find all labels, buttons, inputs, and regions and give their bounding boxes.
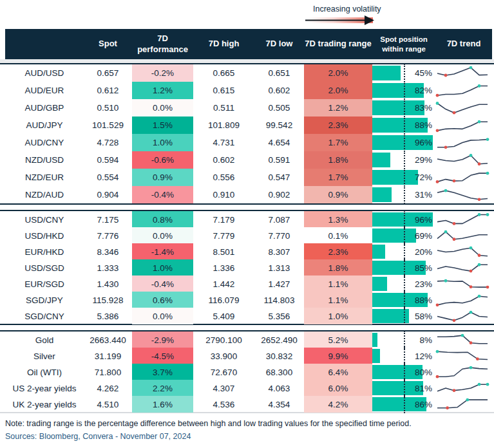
spot-value: 31.199 <box>84 351 132 361</box>
pair-label: NZD/EUR <box>5 173 84 182</box>
position-label: 82% <box>415 82 432 99</box>
position-label: 85% <box>415 259 432 276</box>
trading-range-cell: 2.3% <box>304 117 372 134</box>
low-value: 8.307 <box>254 247 304 257</box>
trend-sparkline <box>435 331 489 348</box>
high-point-dot <box>478 120 481 123</box>
performance-cell: -2.9% <box>132 331 193 348</box>
position-label: 45% <box>415 64 432 82</box>
midpoint-dotted-line <box>404 363 405 381</box>
position-label: 8% <box>419 331 432 348</box>
midpoint-dotted-line <box>404 185 405 204</box>
trend-cell <box>435 227 492 244</box>
position-cell: 86% <box>372 396 435 413</box>
low-point-dot <box>453 111 456 114</box>
spot-value: 115.928 <box>84 295 132 305</box>
midpoint-dotted-line <box>404 259 405 277</box>
position-cell: 23% <box>372 275 435 292</box>
high-point-dot <box>478 213 481 216</box>
midpoint-dotted-line <box>404 275 405 293</box>
high-value: 4.307 <box>193 384 254 393</box>
low-point-dot <box>446 406 449 409</box>
pair-label: UK 2-year yields <box>5 400 84 409</box>
low-point-dot <box>453 238 456 241</box>
trend-cell <box>435 151 492 169</box>
position-label: 81% <box>415 380 432 397</box>
trend-sparkline <box>435 135 489 151</box>
low-value: 0.547 <box>254 173 304 182</box>
position-label: 23% <box>415 275 432 292</box>
low-point-dot <box>444 145 448 149</box>
table-row: NZD/AUD0.904-0.4%0.9100.9020.9%31% <box>5 186 492 203</box>
low-value: 4.063 <box>254 384 304 393</box>
table-row: AUD/CNY4.7281.0%4.7314.6541.7%96% <box>5 134 492 151</box>
footnote: Note: trading range is the percentage di… <box>5 419 412 428</box>
performance-cell: -0.2% <box>132 64 193 82</box>
high-value: 4.536 <box>193 400 254 409</box>
position-cell: 8% <box>372 331 435 348</box>
position-label: 12% <box>415 348 432 364</box>
low-value: 99.542 <box>254 120 304 130</box>
position-cell: 81% <box>372 380 435 397</box>
low-point-dot <box>476 357 479 360</box>
high-value: 0.910 <box>193 190 254 200</box>
trading-range-cell: 6.4% <box>304 364 372 380</box>
pair-label: NZD/AUD <box>5 190 84 200</box>
trading-range-cell: 9.9% <box>304 348 372 364</box>
high-point-dot <box>466 398 469 402</box>
trend-sparkline <box>435 227 489 244</box>
position-label: 31% <box>415 186 432 203</box>
position-cell: 96% <box>372 211 435 228</box>
trading-range-cell: 4.2% <box>304 396 372 413</box>
high-value: 1.442 <box>193 279 254 289</box>
fx-volatility-dashboard: Increasing volatility Spot7D performance… <box>0 0 494 448</box>
performance-cell: 2.2% <box>132 380 193 397</box>
position-bar <box>372 349 380 363</box>
trend-cell <box>435 292 492 308</box>
spot-value: 5.386 <box>84 312 132 321</box>
spot-value: 1.430 <box>84 279 132 289</box>
high-value: 8.501 <box>193 247 254 257</box>
trading-range-cell: 1.0% <box>304 308 372 324</box>
low-point-dot <box>470 285 473 288</box>
midpoint-dotted-line <box>404 347 405 365</box>
high-value: 2790.100 <box>193 335 254 345</box>
high-point-dot <box>436 350 439 353</box>
trend-sparkline <box>435 169 489 186</box>
spot-value: 4.262 <box>84 384 132 393</box>
table-row: AUD/GBP0.5100.0%0.5110.5051.2%83% <box>5 99 492 117</box>
position-cell: 69% <box>372 227 435 244</box>
performance-cell: 1.5% <box>132 117 193 134</box>
group-separator <box>0 324 494 331</box>
trading-range-cell: 6.0% <box>304 380 372 397</box>
table-row: AUD/USD0.657-0.2%0.6650.6512.0%45% <box>5 64 492 82</box>
spot-value: 0.612 <box>84 86 132 95</box>
trend-sparkline <box>435 152 489 169</box>
table-body: AUD/USD0.657-0.2%0.6650.6512.0%45%AUD/EU… <box>5 64 492 413</box>
high-value: 72.670 <box>193 368 254 377</box>
position-cell: 20% <box>372 243 435 260</box>
high-value: 4.731 <box>193 138 254 147</box>
trading-range-cell: 1.3% <box>304 211 372 228</box>
midpoint-dotted-line <box>404 210 405 229</box>
trend-cell <box>435 82 492 99</box>
low-point-dot <box>470 341 473 344</box>
trend-sparkline <box>435 364 489 380</box>
low-value: 5.356 <box>254 312 304 321</box>
pair-label: AUD/JPY <box>5 120 84 130</box>
performance-cell: -4.5% <box>132 348 193 364</box>
trend-cell <box>435 99 492 117</box>
low-value: 0.602 <box>254 86 304 95</box>
low-point-dot <box>453 319 456 322</box>
high-point-dot <box>444 279 448 283</box>
trend-sparkline <box>435 259 489 276</box>
performance-cell: -0.4% <box>132 275 193 292</box>
position-cell: 88% <box>372 292 435 308</box>
performance-cell: -0.4% <box>132 186 193 203</box>
position-cell: 72% <box>372 169 435 186</box>
midpoint-dotted-line <box>404 395 405 413</box>
performance-cell: 0.8% <box>132 211 193 228</box>
position-label: 88% <box>415 117 432 134</box>
low-value: 0.505 <box>254 103 304 113</box>
table-row: USD/CNY7.1750.8%7.1797.0871.3%96% <box>5 211 492 227</box>
